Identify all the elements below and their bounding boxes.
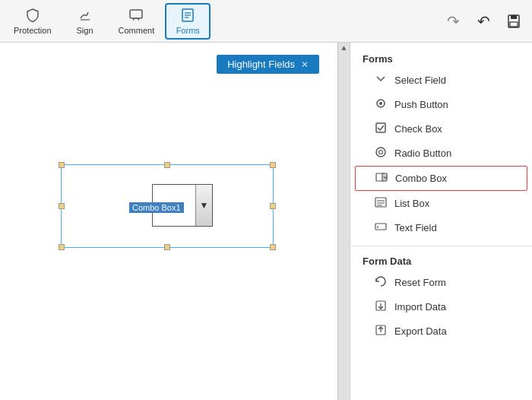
combo-dropdown-button[interactable]: ▼ [195,185,212,226]
panel-item-radio-button[interactable]: Radio Button [355,141,527,165]
protection-icon [25,8,40,25]
svg-rect-22 [375,224,386,230]
document-area: Highlight Fields ✕ ▲ [0,43,350,400]
toolbar-item-protection[interactable]: Protection [6,3,59,40]
sign-label: Sign [77,27,93,35]
scroll-up-arrow[interactable]: ▲ [340,44,348,52]
combo-box-panel-icon [374,171,389,186]
toolbar-item-comment[interactable]: Comment [111,3,163,40]
svg-rect-1 [130,10,142,18]
highlight-fields-bar[interactable]: Highlight Fields ✕ [217,55,319,74]
list-box-label: List Box [394,198,429,209]
panel-item-import-data[interactable]: Import Data [355,295,527,319]
handle-tr[interactable] [270,162,276,168]
combo-box-panel-label: Combo Box [395,173,447,184]
reset-form-icon [373,275,388,290]
panel-item-list-box[interactable]: List Box [355,192,527,215]
panel-item-check-box[interactable]: Check Box [355,117,527,141]
handle-br[interactable] [270,244,276,250]
svg-point-14 [376,148,385,157]
toolbar-item-forms[interactable]: Forms [165,3,211,40]
push-button-icon [373,97,388,112]
form-data-title: Form Data [350,251,532,270]
radio-button-label: Radio Button [394,148,451,159]
forms-section-title: Forms [350,49,532,68]
panel-item-combo-box[interactable]: Combo Box [355,166,527,191]
undo-button[interactable]: ↶ [471,9,496,33]
panel-item-select-field[interactable]: Select Field [355,68,527,92]
field-container: ▼ Combo Box1 [61,164,274,248]
panel-item-reset-form[interactable]: Reset Form [355,271,527,294]
text-field-label: Text Field [394,222,437,233]
list-box-icon [373,196,388,211]
handle-bl[interactable] [59,244,65,250]
radio-button-icon [373,146,388,160]
sign-icon [78,8,93,25]
comment-icon [128,8,144,25]
toolbar-right-actions: ↷ ↶ [441,9,526,33]
check-box-icon [373,122,388,136]
form-data-section: Form Data Reset Form Import Data Export … [350,246,532,343]
panel-item-text-field[interactable]: Text Field [355,216,527,240]
handle-tl[interactable] [59,162,65,168]
main-layout: Highlight Fields ✕ ▲ [0,43,532,400]
select-field-label: Select Field [394,75,446,86]
highlight-fields-label: Highlight Fields [227,59,295,70]
svg-rect-7 [511,15,517,19]
toolbar: Protection Sign Comment Forms ↷ ↶ [0,0,532,43]
push-button-label: Push Button [394,99,448,110]
toolbar-item-sign[interactable]: Sign [62,3,108,40]
save-button[interactable] [502,9,526,33]
import-data-icon [373,300,388,314]
handle-bm[interactable] [164,244,170,250]
reset-form-label: Reset Form [394,277,446,288]
protection-label: Protection [14,27,52,35]
handle-tm[interactable] [164,162,170,168]
forms-icon [180,8,195,25]
highlight-fields-close[interactable]: ✕ [301,59,309,70]
handle-ml[interactable] [59,203,65,209]
export-data-label: Export Data [394,325,447,337]
import-data-label: Import Data [394,301,446,313]
comment-label: Comment [119,27,155,35]
handle-mr[interactable] [270,203,276,209]
document-scrollbar[interactable]: ▲ [337,43,350,400]
right-panel: Forms Select Field Push Button Check Box… [350,43,532,400]
select-field-icon [373,73,388,87]
combo-box-label: Combo Box1 [129,202,184,213]
svg-point-15 [379,151,383,154]
forms-label: Forms [176,27,200,35]
panel-item-export-data[interactable]: Export Data [355,319,527,343]
svg-rect-8 [510,22,518,27]
export-data-icon [373,324,388,338]
svg-point-12 [379,102,382,105]
redo-button[interactable]: ↷ [441,9,465,33]
text-field-icon [373,221,388,235]
svg-rect-13 [376,123,385,132]
panel-item-push-button[interactable]: Push Button [355,93,527,116]
check-box-label: Check Box [394,123,442,135]
